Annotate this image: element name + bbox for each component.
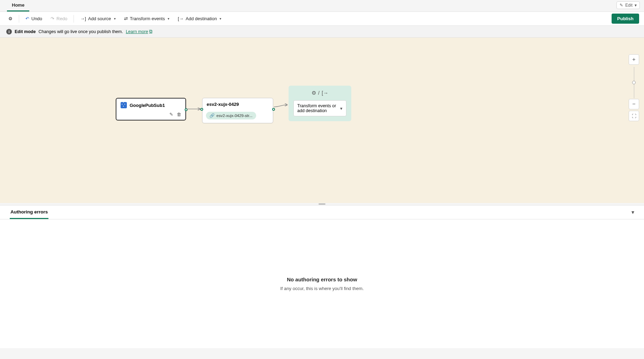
tab-authoring-errors[interactable]: Authoring errors (10, 206, 48, 219)
edit-node-button[interactable]: ✎ (169, 112, 173, 117)
delete-node-button[interactable]: 🗑 (177, 112, 181, 117)
chevron-down-icon: ▾ (168, 17, 169, 21)
node-stream-title: esv2-xujx-0429 (207, 102, 239, 107)
chevron-down-icon: ▾ (114, 17, 116, 21)
node-next-panel: ⚙ / [→ Transform events or add destinati… (289, 86, 351, 121)
separator (74, 15, 74, 23)
destination-icon: [→ (322, 90, 328, 96)
undo-button[interactable]: ↶ Undo (22, 14, 46, 23)
learn-more-label: Learn more (126, 29, 148, 34)
node-source[interactable]: GooglePubSub1 ✎ 🗑 (116, 98, 186, 120)
redo-label: Redo (56, 16, 67, 21)
slash-separator: / (318, 90, 320, 96)
google-pubsub-icon (121, 102, 127, 108)
output-port[interactable] (272, 108, 275, 111)
chevron-down-icon: ▾ (635, 3, 637, 8)
edit-mode-dropdown[interactable]: ✎ Edit ▾ (616, 1, 640, 9)
chevron-down-icon: ▾ (220, 17, 221, 21)
zoom-out-button[interactable]: − (629, 99, 639, 109)
learn-more-link[interactable]: Learn more ⧉ (126, 29, 152, 34)
pencil-icon: ✎ (620, 3, 623, 8)
add-destination-icon: [→ (178, 16, 184, 21)
settings-button[interactable]: ⚙ (5, 14, 16, 23)
zoom-slider[interactable] (634, 67, 634, 98)
redo-icon: ↷ (51, 16, 54, 21)
node-source-title: GooglePubSub1 (130, 103, 165, 108)
transform-icon: ⚙ (312, 90, 316, 96)
external-link-icon: ⧉ (149, 29, 152, 34)
empty-state-subtitle: If any occur, this is where you'll find … (280, 286, 363, 291)
zoom-in-button[interactable]: + (629, 54, 639, 65)
publish-button[interactable]: Publish (612, 14, 639, 24)
add-source-icon: →] (80, 16, 86, 21)
canvas[interactable]: GooglePubSub1 ✎ 🗑 esv2-xujx-0429 🔗 esv2-… (0, 38, 644, 203)
chevron-down-icon: ▾ (340, 106, 343, 111)
edit-mode-label: Edit mode (15, 29, 36, 34)
zoom-fit-button[interactable]: ⛶ (629, 111, 639, 121)
add-destination-label: Add destination (186, 16, 217, 21)
node-stream-sub-label: esv2-xujx-0429-str... (216, 114, 253, 118)
gear-icon: ⚙ (8, 16, 13, 21)
edit-label: Edit (625, 3, 632, 8)
collapse-panel-button[interactable]: ▾ (631, 209, 634, 216)
add-source-label: Add source (88, 16, 111, 21)
transform-events-label: Transform events (130, 16, 165, 21)
output-port[interactable] (185, 108, 187, 111)
next-step-dropdown[interactable]: Transform events or add destination ▾ (293, 100, 346, 116)
empty-state-title: No authoring errors to show (287, 276, 357, 282)
add-destination-button[interactable]: [→ Add destination ▾ (174, 14, 225, 23)
edit-mode-message: Changes will go live once you publish th… (38, 29, 123, 34)
undo-icon: ↶ (25, 16, 29, 21)
separator (19, 15, 19, 23)
info-icon: i (6, 29, 12, 34)
zoom-handle[interactable] (632, 81, 636, 84)
next-step-label: Transform events or add destination (297, 103, 340, 113)
panel-resize-grip[interactable] (0, 203, 644, 205)
transform-events-button[interactable]: ⇄ Transform events ▾ (121, 14, 173, 23)
add-source-button[interactable]: →] Add source ▾ (77, 14, 119, 23)
node-stream[interactable]: esv2-xujx-0429 🔗 esv2-xujx-0429-str... (202, 98, 273, 123)
undo-label: Undo (31, 16, 42, 21)
node-stream-pill[interactable]: 🔗 esv2-xujx-0429-str... (206, 112, 256, 119)
transform-icon: ⇄ (124, 16, 128, 21)
input-port[interactable] (200, 108, 203, 111)
link-icon: 🔗 (209, 113, 215, 118)
tab-home[interactable]: Home (7, 0, 29, 11)
redo-button: ↷ Redo (47, 14, 71, 23)
